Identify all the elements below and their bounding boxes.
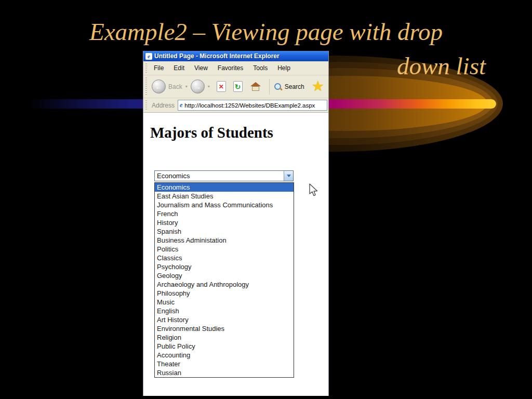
list-item[interactable]: Journalism and Mass Communications [155, 201, 294, 209]
list-item[interactable]: Spanish [155, 227, 294, 236]
stop-button[interactable]: ✕ [217, 81, 226, 92]
toolbar-separator [269, 79, 270, 95]
list-item[interactable]: Geology [155, 271, 294, 280]
menu-edit[interactable]: Edit [174, 64, 184, 72]
list-item[interactable]: Art History [155, 315, 294, 324]
menubar-grip[interactable] [145, 63, 147, 73]
list-item[interactable]: Public Policy [155, 342, 294, 351]
list-item[interactable]: Russian [155, 368, 294, 377]
search-button[interactable]: Search [285, 83, 304, 90]
home-button[interactable] [250, 82, 261, 91]
forward-dropdown-chevron-icon[interactable]: ▾ [208, 84, 210, 89]
menu-view[interactable]: View [194, 64, 208, 72]
page-content: Majors of Students Economics EconomicsEa… [143, 113, 328, 396]
title-bar[interactable]: e Untitled Page - Microsoft Internet Exp… [143, 51, 328, 61]
chevron-down-icon [287, 175, 291, 177]
menu-help[interactable]: Help [277, 64, 290, 72]
forward-button[interactable]: → [191, 79, 205, 94]
menu-favorites[interactable]: Favorites [218, 64, 243, 72]
mouse-cursor [307, 183, 320, 200]
menu-file[interactable]: File [154, 64, 164, 72]
stop-icon: ✕ [219, 83, 224, 90]
menu-bar: File Edit View Favorites Tools Help [143, 61, 328, 75]
list-item[interactable]: Economics [155, 183, 294, 192]
list-item[interactable]: History [155, 218, 294, 227]
ie-window-icon: e [145, 53, 152, 60]
toolbar: ← Back ▾ → ▾ ✕ ↻ Search ★ [143, 75, 328, 98]
back-button-label: Back [168, 83, 182, 90]
address-bar: Address e http://localhost:1252/Websites… [143, 98, 328, 113]
list-item[interactable]: Environmental Studies [155, 324, 294, 333]
back-button[interactable]: ← [152, 79, 166, 94]
slide-title-line1: Example2 – Viewing page with drop [0, 15, 532, 49]
select-value: Economics [155, 172, 284, 180]
page-heading: Majors of Students [150, 124, 273, 141]
list-item[interactable]: Accounting [155, 351, 294, 360]
forward-arrow-icon: → [194, 83, 201, 91]
refresh-icon: ↻ [235, 83, 241, 91]
list-item[interactable]: Philosophy [155, 289, 294, 298]
address-url: http://localhost:1252/Websites/DBExample… [184, 102, 315, 109]
page-favicon-icon: e [180, 101, 182, 109]
browser-window: e Untitled Page - Microsoft Internet Exp… [143, 51, 329, 396]
cursor-arrow-icon [307, 183, 320, 197]
select-dropdown-button[interactable] [284, 171, 293, 181]
back-arrow-icon: ← [155, 83, 163, 91]
home-body-icon [252, 86, 259, 91]
refresh-button[interactable]: ↻ [233, 81, 243, 92]
list-item[interactable]: Archaeology and Anthropology [155, 280, 294, 289]
majors-select[interactable]: Economics [154, 170, 294, 181]
list-item[interactable]: Classics [155, 254, 294, 262]
list-item[interactable]: Theater [155, 360, 294, 368]
list-item[interactable]: French [155, 209, 294, 218]
menu-tools[interactable]: Tools [253, 64, 268, 72]
list-item[interactable]: Psychology [155, 262, 294, 271]
home-roof-icon [250, 82, 261, 86]
search-icon [274, 83, 282, 91]
favorites-star-icon[interactable]: ★ [312, 79, 324, 94]
address-label: Address [152, 102, 175, 109]
list-item[interactable]: English [155, 307, 294, 315]
list-item[interactable]: East Asian Studies [155, 192, 294, 201]
address-input[interactable]: e http://localhost:1252/Websites/DBExamp… [178, 100, 327, 111]
list-item[interactable]: Religion [155, 333, 294, 342]
list-item[interactable]: Politics [155, 245, 294, 254]
list-item[interactable]: Music [155, 298, 294, 307]
list-item[interactable]: Business Administation [155, 236, 294, 245]
addressbar-grip[interactable] [145, 100, 147, 110]
toolbar-grip[interactable] [145, 77, 147, 96]
back-dropdown-chevron-icon[interactable]: ▾ [185, 84, 188, 89]
dropdown-list: EconomicsEast Asian StudiesJournalism an… [154, 182, 294, 378]
window-title: Untitled Page - Microsoft Internet Explo… [154, 52, 280, 60]
